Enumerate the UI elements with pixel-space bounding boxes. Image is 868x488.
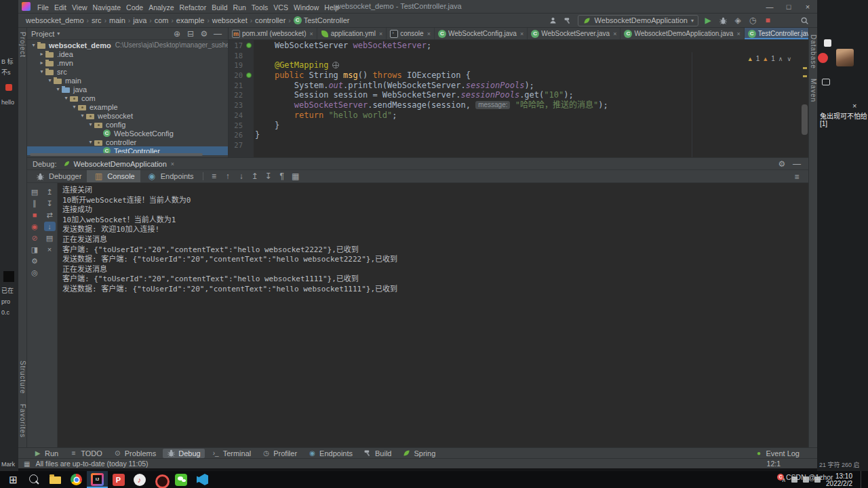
- todo-icon[interactable]: ≡: [69, 449, 78, 458]
- close-tab-icon[interactable]: ×: [427, 30, 431, 37]
- code-line-19[interactable]: 19 @GetMapping: [229, 60, 808, 70]
- hide-icon[interactable]: —: [212, 28, 224, 39]
- menu-window[interactable]: Window: [291, 3, 321, 12]
- hammer-icon[interactable]: [562, 15, 574, 26]
- jump-down-icon[interactable]: ↧: [44, 199, 56, 208]
- code-line-23[interactable]: 23 webSocketServer.sendMessage(session, …: [229, 100, 808, 110]
- stop-icon[interactable]: ■: [29, 210, 41, 220]
- prev-issue-icon[interactable]: ∧: [778, 56, 784, 62]
- breadcrumb-java[interactable]: java: [132, 16, 147, 24]
- tree-item-main[interactable]: ▾main: [27, 76, 228, 85]
- tree-item-controller[interactable]: ▾controller: [27, 138, 228, 146]
- code-line-27[interactable]: 27: [229, 140, 808, 150]
- editor-tab-websocketserver-java[interactable]: WebSocketServer.java×: [528, 28, 620, 39]
- toolwindow-favorites-button[interactable]: Favorites: [19, 404, 26, 438]
- breadcrumb-controller[interactable]: controller: [254, 16, 286, 24]
- next-issue-icon[interactable]: ∨: [786, 56, 792, 62]
- softwrap-icon[interactable]: ¶: [276, 171, 288, 182]
- toolwindow-project-button[interactable]: Project: [19, 32, 26, 58]
- editor-tab-pom-xml-websocket[interactable]: pom.xml (websocket)×: [229, 28, 317, 39]
- editor-tab-console[interactable]: console×: [387, 28, 435, 39]
- camera-icon[interactable]: ◨: [29, 245, 41, 254]
- menu-code[interactable]: Code: [123, 3, 146, 12]
- up-icon[interactable]: ↑: [222, 171, 234, 182]
- debugger-icon[interactable]: [34, 171, 46, 182]
- tree-item-websocket[interactable]: ▾websocket: [27, 111, 228, 120]
- toolwindow-button-todo[interactable]: ≡TODO: [65, 449, 106, 458]
- toolwindow-button-profiler[interactable]: ◷Profiler: [258, 449, 301, 458]
- hide-icon[interactable]: —: [791, 159, 803, 169]
- caret-position[interactable]: 12:1: [767, 460, 781, 468]
- taskbar-start-button[interactable]: [3, 471, 24, 488]
- tree-item-example[interactable]: ▾example: [27, 102, 228, 111]
- tree-item-websocket-demo[interactable]: ▾websocket_demoC:\Users\aja\Desktop\mana…: [27, 41, 228, 49]
- toolwindow-button-problems[interactable]: ⊙Problems: [109, 449, 160, 458]
- tree-item-websocketconfig[interactable]: WebSocketConfig: [27, 129, 228, 138]
- menu-file[interactable]: File: [35, 3, 52, 12]
- toolwindow-button-spring[interactable]: Spring: [398, 449, 439, 458]
- tree-item-src[interactable]: ▾src: [27, 67, 228, 76]
- taskbar-app-music-button[interactable]: [129, 471, 150, 488]
- close-tab-icon[interactable]: ×: [736, 30, 740, 37]
- breadcrumb-testcontroller[interactable]: TestController: [293, 16, 351, 24]
- taskbar-vscode-button[interactable]: [192, 471, 213, 488]
- popup-close-icon[interactable]: ×: [852, 102, 856, 110]
- endpoints-icon[interactable]: ◉: [308, 449, 317, 458]
- code-editor[interactable]: 17 WebSocketServer webSocketServer;1819 …: [229, 40, 808, 157]
- close-button[interactable]: ×: [798, 3, 817, 11]
- taskbar-app-p-button[interactable]: [108, 471, 129, 488]
- toolwindow-maven-button[interactable]: Maven: [810, 79, 817, 102]
- coverage-icon[interactable]: ◈: [732, 15, 744, 26]
- debug-tab-endpoints[interactable]: ◉Endpoints: [140, 170, 199, 182]
- tree-item-config[interactable]: ▾config: [27, 120, 228, 129]
- breadcrumb-main[interactable]: main: [108, 16, 126, 24]
- taskbar-chrome-button[interactable]: [66, 471, 87, 488]
- editor-tab-application-yml[interactable]: application.yml×: [317, 28, 387, 39]
- tree-item-idea[interactable]: ▸.idea: [27, 49, 228, 58]
- menu-analyze[interactable]: Analyze: [146, 3, 176, 12]
- print-icon[interactable]: ▤: [44, 233, 56, 243]
- profiler-icon[interactable]: ◷: [262, 449, 271, 458]
- collapse-icon[interactable]: ⊟: [184, 28, 197, 39]
- menu-run[interactable]: Run: [231, 3, 249, 12]
- menu-tools[interactable]: Tools: [249, 3, 271, 12]
- stop-run-icon[interactable]: ■: [762, 15, 774, 26]
- debug-tab-debugger[interactable]: Debugger: [28, 170, 87, 182]
- debug-icon[interactable]: [167, 449, 176, 458]
- spring-icon[interactable]: [402, 449, 411, 458]
- mute-breakpoints-icon[interactable]: ⊘: [29, 233, 41, 243]
- settings-icon[interactable]: ⚙: [198, 28, 210, 39]
- chevron-down-icon[interactable]: ▾: [57, 30, 60, 37]
- breadcrumb-example[interactable]: example: [176, 16, 205, 24]
- toolwindow-button-endpoints[interactable]: ◉Endpoints: [304, 449, 357, 458]
- run-config-select[interactable]: WebsocketDemoApplication ▾: [578, 15, 698, 26]
- scroll-end-icon[interactable]: ↓: [44, 222, 56, 231]
- menu-vcs[interactable]: VCS: [271, 3, 291, 12]
- tree-item-java[interactable]: ▾java: [27, 85, 228, 94]
- debug-tab-console[interactable]: ▥Console: [87, 170, 140, 182]
- menu-icon[interactable]: ≡: [791, 171, 803, 182]
- clear-icon[interactable]: ×: [44, 245, 56, 254]
- locate-icon[interactable]: ⊕: [171, 28, 183, 39]
- taskbar-intellij-idea-button[interactable]: [87, 471, 108, 488]
- jump-up-icon[interactable]: ↥: [249, 171, 261, 182]
- profiler-icon[interactable]: ◷: [747, 15, 759, 26]
- taskbar-app-o-button[interactable]: [150, 471, 171, 488]
- toolwindow-switcher-icon[interactable]: ▦: [24, 460, 30, 468]
- settings-icon[interactable]: ⚙: [29, 256, 41, 266]
- horizontal-scrollbar[interactable]: [30, 153, 203, 156]
- taskbar-wechat-button[interactable]: [171, 471, 192, 488]
- code-line-24[interactable]: 24 return "hello world";: [229, 110, 808, 121]
- steps-icon[interactable]: ⇄: [44, 210, 56, 220]
- toolwindow-database-button[interactable]: Database: [810, 35, 817, 69]
- code-line-22[interactable]: 22 Session session = WebSocketServer.ses…: [229, 90, 808, 100]
- editor-tab-testcontroller-java[interactable]: TestController.java×: [745, 28, 808, 39]
- breadcrumb-websocket-demo[interactable]: websocket_demo: [25, 16, 85, 24]
- inspections-widget[interactable]: ▲ 1 ▲ 1 ∧ ∨: [747, 55, 792, 62]
- close-tab-icon[interactable]: ×: [613, 30, 616, 37]
- toolwindow-button-build[interactable]: Build: [359, 449, 395, 458]
- error-stripe-mark[interactable]: [803, 67, 807, 69]
- close-tab-icon[interactable]: ×: [379, 30, 382, 37]
- pause-icon[interactable]: ∥: [29, 199, 41, 208]
- spring-bean-gutter-icon[interactable]: [246, 73, 252, 78]
